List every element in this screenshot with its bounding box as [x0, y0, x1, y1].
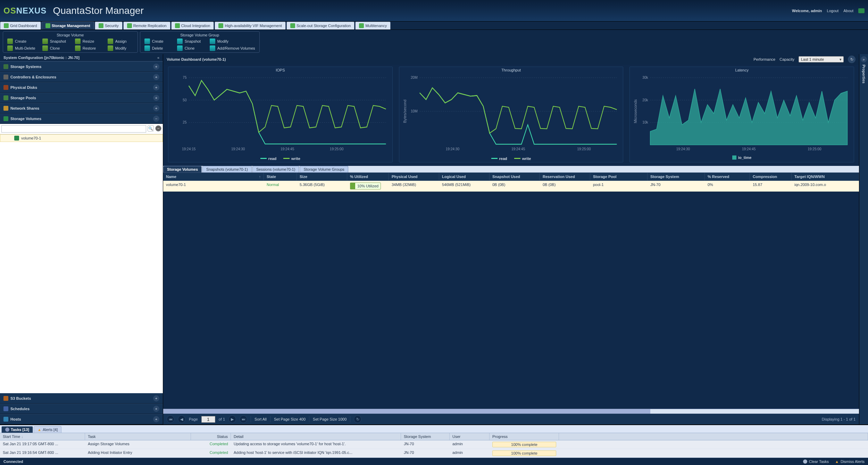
tasks-column-header[interactable]: User [450, 433, 490, 440]
ribbon-restore-button[interactable]: Restore [72, 45, 103, 52]
tasks-tab-tasks-13-[interactable]: Tasks [13] [1, 426, 33, 433]
ribbon-snapshot-button[interactable]: Snapshot [174, 38, 206, 45]
tasks-column-header[interactable]: Detail [231, 433, 401, 440]
ribbon-clone-button[interactable]: Clone [174, 45, 206, 52]
column-header[interactable]: % Utilized [347, 173, 389, 180]
tasks-column-header[interactable]: Status [191, 433, 231, 440]
app-header: OSNEXUS QuantaStor Manager Welcome, admi… [0, 0, 868, 22]
ribbon-assign-button[interactable]: Assign [105, 38, 136, 45]
sidebar-item-physical-disks[interactable]: Physical Disks+ [0, 82, 163, 93]
tasks-column-header[interactable]: Task [85, 433, 191, 440]
capacity-link[interactable]: Capacity [779, 57, 794, 61]
sidebar-item-controllers-enclosures[interactable]: Controllers & Enclosures+ [0, 72, 163, 82]
column-header[interactable]: Size [297, 173, 347, 180]
tab-multitenancy[interactable]: Multitenancy [355, 22, 391, 29]
dismiss-alerts-link[interactable]: ▲Dismiss Alerts [835, 459, 865, 464]
sidebar-item-storage-pools[interactable]: Storage Pools+ [0, 93, 163, 103]
ribbon-modify-button[interactable]: Modify [207, 38, 258, 45]
ribbon-icon [177, 45, 183, 51]
tasks-column-header[interactable]: Storage System [401, 433, 450, 440]
task-row[interactable]: Sat Jan 21 19:17:05 GMT-800 ...Assign St… [0, 440, 868, 449]
page-size-400-button[interactable]: Set Page Size 400 [274, 417, 306, 421]
tab-storage-management[interactable]: Storage Management [42, 22, 94, 29]
task-row[interactable]: Sat Jan 21 19:16:54 GMT-800 ...Adding Ho… [0, 449, 868, 458]
plus-icon[interactable]: + [153, 416, 159, 422]
clear-search-icon[interactable]: − [155, 125, 161, 132]
column-header[interactable]: Storage System [648, 173, 705, 180]
sidebar-item-schedules[interactable]: Schedules+ [0, 404, 163, 414]
refresh-grid-button[interactable]: ↻ [354, 415, 361, 423]
ribbon-group-storage-volume-group: Storage Volume GroupCreateDeleteSnapshot… [140, 31, 260, 53]
tree-item[interactable]: volume70-1 [0, 134, 163, 142]
performance-link[interactable]: Performance [753, 57, 775, 61]
sort-all-button[interactable]: Sort All [254, 417, 267, 421]
column-header[interactable]: Compression [750, 173, 792, 180]
ribbon-create-button[interactable]: Create [142, 38, 173, 45]
subtab-storage-volume-groups[interactable]: Storage Volume Groups [300, 166, 348, 172]
ribbon-resize-button[interactable]: Resize [72, 38, 103, 45]
column-header[interactable]: Physical Used [389, 173, 439, 180]
column-header[interactable]: Reservation Used [540, 173, 590, 180]
ribbon-multi-delete-button[interactable]: Multi-Delete [5, 45, 38, 52]
column-header[interactable]: State [264, 173, 297, 180]
column-header[interactable]: Logical Used [439, 173, 490, 180]
tab-high-availability-vif-management[interactable]: High-availability VIF Management [215, 22, 285, 29]
ribbon-add-remove-volumes-button[interactable]: Add/Remove Volumes [207, 45, 258, 52]
ribbon-icon [75, 45, 81, 51]
time-range-select[interactable]: Last 1 minute [799, 56, 844, 62]
plus-icon[interactable]: + [153, 406, 159, 412]
tree-search-input[interactable] [1, 125, 146, 133]
sidebar-title: System Configuration [jn70bionic : JN-70… [3, 56, 80, 60]
plus-icon[interactable]: + [153, 64, 159, 70]
expand-properties-icon[interactable]: » [861, 56, 867, 62]
page-next-button[interactable]: ▶ [228, 415, 236, 423]
plus-icon[interactable]: + [153, 84, 159, 91]
minus-icon[interactable]: − [153, 116, 159, 122]
subtab-storage-volumes[interactable]: Storage Volumes [163, 166, 202, 172]
tab-security[interactable]: Security [95, 22, 123, 29]
page-last-button[interactable]: ⏭ [240, 415, 247, 423]
ribbon-clone-button[interactable]: Clone [40, 45, 71, 52]
about-link[interactable]: About [843, 9, 853, 13]
table-row[interactable]: volume70-1Normal5.36GB (5GiB)10% Utilize… [163, 181, 859, 192]
logout-link[interactable]: Logout [827, 9, 839, 13]
plus-icon[interactable]: + [153, 74, 159, 80]
subtab-snapshots-volume70-1-[interactable]: Snapshots (volume70-1) [202, 166, 252, 172]
column-header[interactable]: Name↑ [163, 173, 264, 180]
search-icon[interactable]: 🔍 [148, 125, 154, 132]
tab-cloud-integration[interactable]: Cloud Integration [171, 22, 214, 29]
grid-horizontal-scrollbar[interactable] [163, 409, 859, 414]
column-header[interactable]: Target IQN/WWN [792, 173, 859, 180]
ribbon-delete-button[interactable]: Delete [142, 45, 173, 52]
help-icon[interactable] [858, 8, 865, 13]
page-size-1000-button[interactable]: Set Page Size 1000 [313, 417, 347, 421]
ribbon-snapshot-button[interactable]: Snapshot [40, 38, 71, 45]
sidebar-item-storage-volumes[interactable]: Storage Volumes− [0, 113, 163, 124]
tasks-tab-alerts-4-[interactable]: ▲Alerts [4] [34, 426, 61, 433]
page-first-button[interactable]: ⏮ [167, 415, 174, 423]
ribbon-create-button[interactable]: Create [5, 38, 38, 45]
ribbon-modify-button[interactable]: Modify [105, 45, 136, 52]
column-header[interactable]: % Reserved [705, 173, 750, 180]
sidebar-item-network-shares[interactable]: Network Shares+ [0, 103, 163, 113]
tasks-column-header[interactable]: Start Time ↓ [0, 433, 85, 440]
plus-icon[interactable]: + [153, 105, 159, 111]
refresh-chart-button[interactable]: ↻ [848, 56, 856, 63]
collapse-sidebar-icon[interactable]: « [157, 56, 159, 60]
tab-remote-replication[interactable]: Remote Replication [123, 22, 170, 29]
page-input[interactable] [201, 416, 215, 423]
tasks-column-header[interactable]: Progress [490, 433, 559, 440]
tab-grid-dashboard[interactable]: Grid Dashboard [0, 22, 41, 29]
properties-rail[interactable]: » Properties [859, 54, 868, 424]
sidebar-item-hosts[interactable]: Hosts+ [0, 414, 163, 424]
page-prev-button[interactable]: ◀ [178, 415, 185, 423]
clear-tasks-link[interactable]: Clear Tasks [803, 459, 829, 464]
plus-icon[interactable]: + [153, 395, 159, 401]
subtab-sessions-volume70-1-[interactable]: Sessions (volume70-1) [252, 166, 299, 172]
column-header[interactable]: Snapshot Used [490, 173, 540, 180]
tab-scale-out-storage-configuration[interactable]: Scale-out Storage Configuration [286, 22, 355, 29]
sidebar-item-storage-systems[interactable]: Storage Systems+ [0, 61, 163, 72]
column-header[interactable]: Storage Pool [590, 173, 648, 180]
plus-icon[interactable]: + [153, 95, 159, 101]
sidebar-item-s3-buckets[interactable]: S3 Buckets+ [0, 393, 163, 404]
